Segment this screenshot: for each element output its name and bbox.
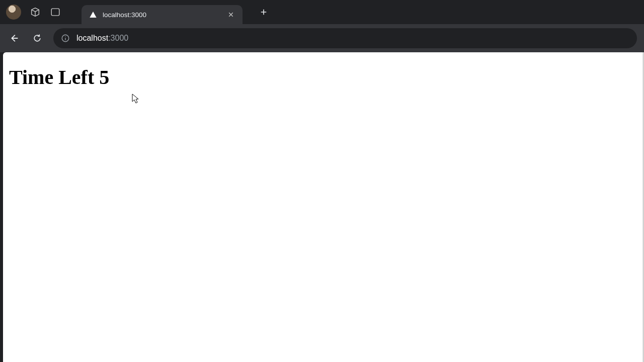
vercel-favicon-icon [89,10,98,19]
url-host: localhost [76,34,108,43]
time-left-value: 5 [99,66,109,88]
profile-avatar[interactable] [6,5,21,20]
close-tab-button[interactable] [226,10,235,19]
url-port: :3000 [108,34,128,43]
browser-tab[interactable]: localhost:3000 [82,5,243,24]
tab-strip: localhost:3000 [0,0,644,24]
page-viewport: Time Left 5 [3,52,644,362]
tab-title: localhost:3000 [103,11,221,19]
browser-toolbar: localhost:3000 [0,24,644,52]
url-text: localhost:3000 [76,34,128,43]
heading-prefix: Time Left [9,66,99,88]
new-tab-button[interactable] [257,5,271,19]
svg-point-3 [65,36,65,37]
svg-rect-0 [51,9,59,16]
countdown-heading: Time Left 5 [9,65,644,89]
viewport-edge-shadow [642,52,644,362]
mouse-cursor-icon [132,94,140,105]
tab-overview-icon[interactable] [49,6,61,18]
address-bar[interactable]: localhost:3000 [53,28,637,48]
workspaces-icon[interactable] [29,6,41,18]
back-button[interactable] [4,28,24,48]
reload-button[interactable] [27,28,47,48]
site-info-icon[interactable] [60,33,70,43]
